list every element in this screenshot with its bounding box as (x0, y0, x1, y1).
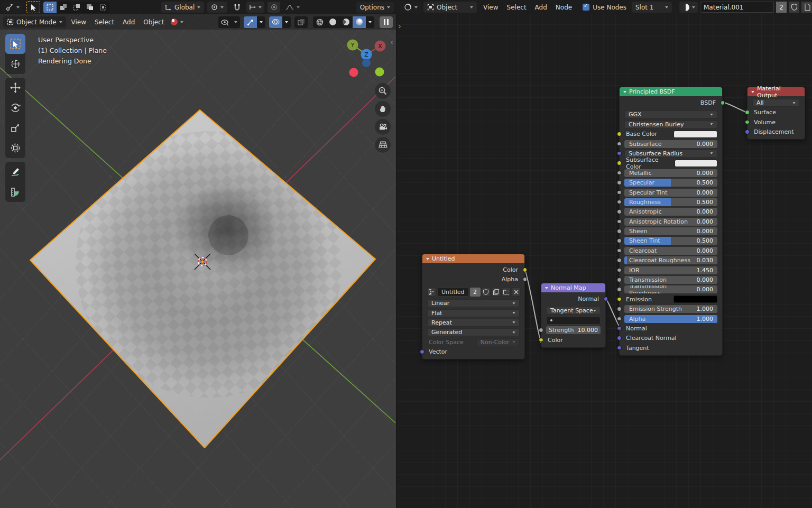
region-expand-arrow[interactable]: › (398, 23, 401, 30)
sidebar-collapse-arrow[interactable]: ‹ (390, 39, 393, 45)
menu-item[interactable]: Add (118, 16, 139, 28)
source-dropdown[interactable]: Generated (427, 328, 520, 336)
collapse-triangle-icon[interactable] (623, 91, 626, 93)
input-socket[interactable] (617, 326, 622, 331)
image-browse-button[interactable] (427, 288, 436, 297)
mode-dropdown[interactable]: Object Mode (3, 16, 66, 27)
unlink-image-button[interactable] (512, 288, 521, 297)
vector-input-socket[interactable] (420, 349, 425, 354)
overlays-chevron[interactable] (282, 16, 291, 28)
menu-item[interactable]: Select (90, 16, 118, 28)
value-slider[interactable]: Roughness0.500 (624, 198, 717, 206)
material-output-header[interactable]: Material Output (748, 87, 805, 96)
strength-input-socket[interactable] (539, 328, 543, 332)
input-socket[interactable] (617, 238, 622, 243)
snap-magnet-toggle[interactable] (230, 2, 243, 13)
value-slider[interactable]: Alpha1.000 (624, 315, 717, 323)
select-mode-intersect[interactable] (96, 2, 109, 13)
zoom-button[interactable] (375, 83, 391, 99)
viewport-shading-pie-button[interactable] (169, 16, 185, 27)
options-dropdown[interactable]: Options (356, 2, 394, 13)
input-socket[interactable] (617, 248, 622, 253)
value-slider[interactable]: Specular Tint0.000 (624, 189, 717, 197)
tool-annotate[interactable] (5, 162, 25, 182)
bsdf-header[interactable]: Principled BSDF (620, 87, 722, 96)
navigation-gizmo[interactable]: Y X Z (343, 36, 391, 80)
shader-type-dropdown[interactable]: Object (423, 2, 477, 13)
normal-map-header[interactable]: Normal Map (541, 283, 605, 292)
input-socket[interactable] (617, 336, 622, 340)
menu-item[interactable]: Add (531, 2, 551, 13)
input-socket[interactable] (617, 258, 622, 263)
normal-map-node[interactable]: Normal Map Normal Tangent Space Streng (541, 283, 606, 348)
tool-move[interactable] (5, 78, 25, 98)
input-socket[interactable] (617, 151, 622, 156)
collapse-triangle-icon[interactable] (751, 91, 754, 93)
show-object-types-button[interactable] (218, 16, 232, 28)
menu-item[interactable]: Object (139, 16, 168, 28)
input-socket[interactable] (617, 200, 622, 205)
value-slider[interactable]: Anisotropic Rotation0.000 (624, 218, 717, 226)
shading-solid[interactable] (326, 16, 339, 28)
shader-editor[interactable]: › Untitled Color Alpha (396, 0, 812, 508)
input-socket[interactable] (617, 229, 622, 234)
shading-rendered[interactable] (353, 16, 366, 28)
menu-item[interactable]: View (479, 2, 502, 13)
menu-item[interactable]: View (67, 16, 90, 28)
target-dropdown[interactable]: All (752, 99, 800, 107)
input-socket[interactable] (617, 132, 622, 136)
use-nodes-toggle[interactable]: Use Nodes (583, 4, 626, 11)
open-image-button[interactable] (502, 288, 511, 297)
value-slider[interactable]: Emission Strength1.000 (624, 305, 717, 313)
value-slider[interactable]: Anisotropic0.000 (624, 208, 717, 216)
space-dropdown[interactable]: Tangent Space (546, 307, 601, 315)
proportional-editing-toggle[interactable] (267, 2, 280, 13)
input-socket[interactable] (617, 317, 622, 321)
new-material-button[interactable] (801, 2, 812, 13)
normal-output-socket[interactable] (604, 297, 608, 301)
tool-transform[interactable] (5, 138, 25, 158)
tool-rotate[interactable] (5, 98, 25, 118)
toggle-perspective-button[interactable] (375, 137, 391, 153)
input-socket[interactable] (617, 161, 622, 165)
menu-item[interactable]: Select (503, 2, 531, 13)
select-mode-new[interactable] (43, 2, 57, 13)
color-output-socket[interactable] (523, 267, 528, 272)
show-object-types-chevron[interactable] (232, 16, 240, 28)
value-slider[interactable]: Sheen0.000 (624, 227, 717, 235)
tool-scale[interactable] (5, 118, 25, 138)
projection-dropdown[interactable]: Flat (427, 309, 520, 317)
strength-slider[interactable]: Strength 10.000 (546, 326, 601, 334)
camera-view-button[interactable] (375, 119, 391, 135)
gizmo-axis-y-neg[interactable] (375, 68, 384, 77)
show-overlays-toggle[interactable] (269, 16, 282, 28)
select-mode-invert[interactable] (83, 2, 96, 13)
input-socket[interactable] (617, 268, 622, 273)
value-slider[interactable]: Transmission Roughness0.000 (624, 285, 717, 293)
input-socket[interactable] (617, 142, 622, 146)
input-socket[interactable] (617, 209, 622, 214)
shading-chevron[interactable] (366, 16, 374, 28)
collapse-triangle-icon[interactable] (426, 258, 429, 260)
value-slider[interactable]: IOR1.450 (624, 266, 717, 274)
uv-map-field[interactable] (546, 317, 601, 325)
color-space-dropdown[interactable]: Non-Color (476, 338, 520, 346)
value-slider[interactable]: Metallic0.000 (624, 169, 717, 177)
principled-bsdf-node[interactable]: Principled BSDF BSDF GGX Christensen-Bur… (619, 87, 723, 356)
value-slider[interactable]: Specular0.500 (624, 179, 717, 187)
alpha-output-socket[interactable] (523, 277, 528, 282)
image-name-field[interactable]: Untitled (437, 288, 469, 297)
input-socket[interactable] (617, 307, 622, 311)
input-socket[interactable] (617, 297, 622, 302)
fake-user-button[interactable] (482, 288, 491, 297)
material-output-node[interactable]: Material Output All Surface Volume Displ… (747, 87, 805, 140)
value-slider[interactable]: Subsurface0.000 (624, 140, 717, 148)
pause-render-button[interactable] (380, 16, 393, 28)
viewport-3d[interactable]: Global (0, 0, 396, 508)
extension-dropdown[interactable]: Repeat (427, 319, 520, 327)
snap-target-dropdown[interactable] (246, 2, 264, 13)
material-name-field[interactable]: Material.001 (700, 2, 774, 13)
tool-cursor[interactable] (5, 54, 25, 74)
value-slider[interactable]: Clearcoat Roughness0.030 (624, 256, 717, 264)
browse-material-button[interactable] (679, 2, 698, 13)
